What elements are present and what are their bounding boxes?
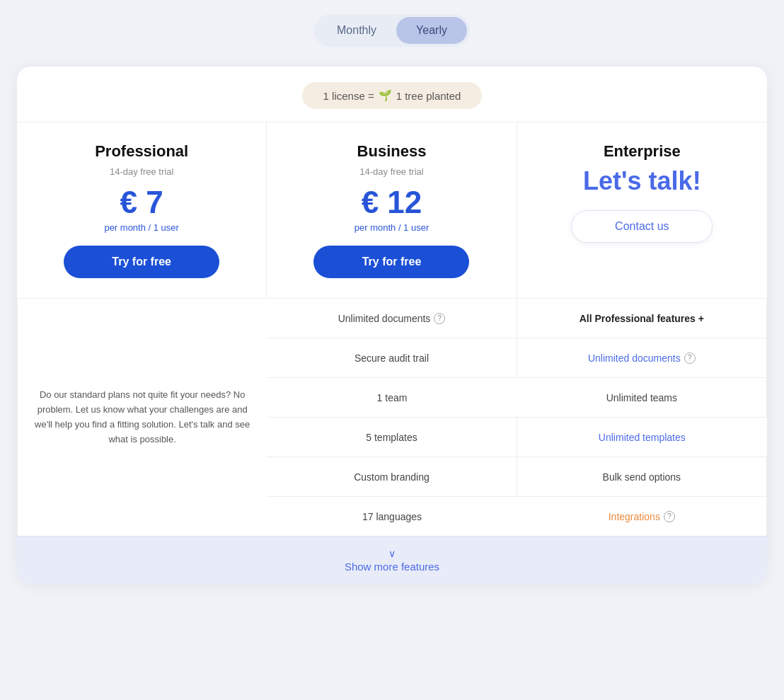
license-pill: 1 license = 🌱 1 tree planted (302, 82, 483, 109)
business-price: € 12 (284, 185, 499, 219)
feature-professional-2: Secure audit trail (267, 338, 517, 377)
professional-cta-button[interactable]: Try for free (64, 246, 219, 278)
feature-business-4: Unlimited templates (517, 417, 767, 457)
show-more-footer: ∨ Show more features (17, 536, 767, 584)
feature-text: Unlimited documents (338, 313, 431, 324)
feature-text: Custom branding (354, 471, 430, 483)
license-banner: 1 license = 🌱 1 tree planted (17, 67, 767, 122)
billing-toggle: Monthly Yearly (314, 14, 470, 47)
feature-professional-3: 1 team (267, 377, 517, 417)
chevron-down-icon: ∨ (388, 548, 396, 559)
professional-trial: 14-day free trial (34, 166, 249, 177)
feature-professional-6: 17 languages (267, 496, 517, 536)
feature-professional-4: 5 templates (267, 417, 517, 457)
enterprise-description: Do our standard plans not quite fit your… (17, 298, 267, 536)
toggle-yearly[interactable]: Yearly (396, 17, 467, 44)
feature-text: 5 templates (366, 432, 417, 443)
license-text-after: 1 tree planted (396, 90, 461, 102)
plan-professional: Professional 14-day free trial € 7 per m… (17, 122, 267, 298)
feature-text: All Professional features + (580, 313, 704, 324)
show-more-button[interactable]: ∨ Show more features (345, 548, 439, 573)
professional-price-unit: per month / 1 user (34, 222, 249, 233)
tooltip-icon[interactable]: ? (434, 313, 445, 324)
business-name: Business (284, 142, 499, 161)
professional-name: Professional (34, 142, 249, 161)
feature-text: Integrations (609, 511, 660, 522)
feature-text: Secure audit trail (354, 352, 429, 364)
feature-text: 1 team (377, 392, 408, 403)
feature-business-1: All Professional features + (517, 298, 767, 338)
show-more-label: Show more features (345, 561, 439, 573)
tree-emoji: 🌱 (379, 89, 392, 102)
feature-business-5: Bulk send options (517, 457, 767, 496)
plans-header: Professional 14-day free trial € 7 per m… (17, 122, 767, 298)
tooltip-icon[interactable]: ? (664, 511, 675, 522)
feature-business-3: Unlimited teams (517, 377, 767, 417)
toggle-monthly[interactable]: Monthly (317, 17, 396, 44)
enterprise-name: Enterprise (534, 142, 750, 161)
feature-text: 17 languages (362, 511, 422, 522)
professional-price: € 7 (34, 185, 249, 219)
feature-professional-1: Unlimited documents ? (267, 298, 517, 338)
feature-text: Unlimited documents (588, 352, 681, 364)
feature-business-6: Integrations ? (517, 496, 767, 536)
business-trial: 14-day free trial (284, 166, 499, 177)
business-price-unit: per month / 1 user (284, 222, 499, 233)
feature-text: Unlimited teams (606, 392, 677, 403)
business-cta-button[interactable]: Try for free (313, 246, 469, 278)
feature-text: Unlimited templates (599, 432, 686, 443)
tooltip-icon[interactable]: ? (684, 352, 696, 364)
feature-business-2: Unlimited documents ? (517, 338, 767, 377)
pricing-card: 1 license = 🌱 1 tree planted Professiona… (17, 67, 767, 584)
plan-enterprise: Enterprise Let's talk! Contact us (517, 122, 767, 298)
feature-text: Bulk send options (603, 471, 681, 483)
license-text-before: 1 license = (323, 90, 374, 102)
feature-professional-5: Custom branding (267, 457, 517, 496)
enterprise-contact-button[interactable]: Contact us (571, 210, 713, 243)
feature-rows: Unlimited documents ? All Professional f… (17, 298, 767, 536)
plan-business: Business 14-day free trial € 12 per mont… (267, 122, 517, 298)
enterprise-tagline: Let's talk! (534, 166, 750, 196)
